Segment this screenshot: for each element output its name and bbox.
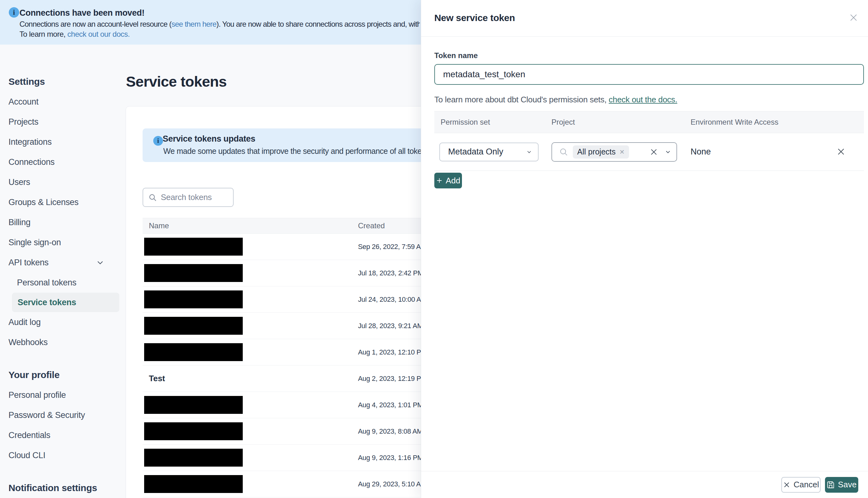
plus-icon xyxy=(436,177,443,184)
drawer-title: New service token xyxy=(434,13,515,23)
cancel-button[interactable]: Cancel xyxy=(781,477,820,493)
add-permission-button[interactable]: Add xyxy=(434,173,462,188)
token-name-label: Token name xyxy=(434,51,864,60)
infobox-title: Service tokens updates xyxy=(163,134,255,144)
check-out-the-docs-link[interactable]: check out the docs. xyxy=(609,95,677,104)
drawer-body: Token name To learn more about dbt Cloud… xyxy=(421,51,868,188)
redacted-token-name xyxy=(144,475,243,493)
sidebar-item-integrations[interactable]: Integrations xyxy=(0,132,126,152)
info-icon: i xyxy=(153,136,163,146)
search-tokens-box[interactable] xyxy=(143,188,234,207)
permissions-table-header: Permission set Project Environment Write… xyxy=(434,111,864,133)
banner-title: Connections have been moved! xyxy=(19,8,144,18)
permission-row: Metadata Only All projects ✕ xyxy=(434,133,864,171)
search-icon xyxy=(148,193,157,202)
redacted-token-name xyxy=(144,238,243,255)
save-icon xyxy=(827,481,835,489)
redacted-token-name xyxy=(144,396,243,414)
sidebar-item-personal-profile[interactable]: Personal profile xyxy=(0,385,126,405)
info-icon: i xyxy=(9,7,19,17)
sidebar-item-api-tokens-label: API tokens xyxy=(9,258,49,267)
sidebar-item-account[interactable]: Account xyxy=(0,92,126,112)
drawer-footer: Cancel Save xyxy=(421,471,868,498)
sidebar-heading-your-profile: Your profile xyxy=(0,365,126,385)
remove-permission-row-icon[interactable] xyxy=(836,147,846,156)
sidebar-item-password-security[interactable]: Password & Security xyxy=(0,405,126,425)
page-title: Service tokens xyxy=(126,73,227,90)
permission-docs-line: To learn more about dbt Cloud's permissi… xyxy=(434,95,864,105)
sidebar-item-api-tokens[interactable]: API tokens xyxy=(0,252,126,273)
see-them-here-link[interactable]: see them here xyxy=(171,20,216,28)
token-name-input[interactable] xyxy=(434,64,864,85)
column-header-name: Name xyxy=(149,221,358,230)
drawer-header: New service token xyxy=(421,0,868,37)
banner-message-post: ). You are now able to share connections… xyxy=(216,20,420,28)
redacted-token-name xyxy=(144,290,243,309)
permission-set-value: Metadata Only xyxy=(448,147,503,157)
docs-line-pre: To learn more about dbt Cloud's permissi… xyxy=(434,95,609,104)
cancel-button-label: Cancel xyxy=(793,480,819,489)
settings-sidebar: Settings Account Projects Integrations C… xyxy=(0,44,126,498)
sidebar-heading-settings: Settings xyxy=(0,71,126,92)
sidebar-item-credentials[interactable]: Credentials xyxy=(0,425,126,445)
chevron-down-icon[interactable] xyxy=(665,148,671,155)
chevron-down-icon xyxy=(96,259,104,266)
sidebar-item-personal-tokens[interactable]: Personal tokens xyxy=(0,273,126,293)
redacted-token-name xyxy=(144,449,243,467)
banner-message-pre: Connections are now an account-level res… xyxy=(19,20,171,28)
add-button-label: Add xyxy=(446,176,460,186)
save-button[interactable]: Save xyxy=(825,477,858,493)
all-projects-chip[interactable]: All projects ✕ xyxy=(573,145,629,159)
sidebar-item-webhooks[interactable]: Webhooks xyxy=(0,332,126,352)
banner-learn-more-pre: To learn more, xyxy=(19,30,67,38)
redacted-token-name xyxy=(144,317,243,335)
banner-learn-more: To learn more, check out our docs. xyxy=(19,30,130,39)
sidebar-spacer xyxy=(0,352,126,365)
check-docs-link[interactable]: check out our docs. xyxy=(67,30,130,38)
save-button-label: Save xyxy=(838,480,856,489)
sidebar-item-users[interactable]: Users xyxy=(0,172,126,192)
redacted-token-name xyxy=(144,264,243,282)
sidebar-heading-notification-settings: Notification settings xyxy=(0,478,126,498)
column-header-permission-set: Permission set xyxy=(440,118,551,127)
close-icon[interactable] xyxy=(847,11,860,25)
sidebar-item-service-tokens-selected[interactable]: Service tokens xyxy=(12,293,119,312)
sidebar-item-single-sign-on[interactable]: Single sign-on xyxy=(0,232,126,252)
sidebar-item-audit-log[interactable]: Audit log xyxy=(0,312,126,332)
clear-selection-icon[interactable] xyxy=(649,147,658,156)
redacted-token-name xyxy=(144,422,243,440)
search-icon xyxy=(559,147,568,157)
close-icon xyxy=(783,481,790,488)
sidebar-spacer xyxy=(0,466,126,478)
sidebar-item-cloud-cli[interactable]: Cloud CLI xyxy=(0,445,126,466)
sidebar-item-groups-licenses[interactable]: Groups & Licenses xyxy=(0,192,126,212)
banner-message: Connections are now an account-level res… xyxy=(19,20,420,29)
chip-label: All projects xyxy=(577,147,616,156)
sidebar-item-billing[interactable]: Billing xyxy=(0,212,126,232)
sidebar-item-connections[interactable]: Connections xyxy=(0,152,126,172)
search-tokens-input[interactable] xyxy=(161,193,224,202)
project-multiselect[interactable]: All projects ✕ xyxy=(551,142,677,162)
remove-chip-icon[interactable]: ✕ xyxy=(619,148,624,156)
token-name: Test xyxy=(149,374,165,383)
new-service-token-drawer: New service token Token name To learn mo… xyxy=(421,0,868,498)
column-header-project: Project xyxy=(551,118,691,127)
permission-set-select[interactable]: Metadata Only xyxy=(439,143,539,161)
sidebar-item-projects[interactable]: Projects xyxy=(0,112,126,132)
chevron-down-icon xyxy=(526,149,532,155)
redacted-token-name xyxy=(144,343,243,361)
column-header-environment-write-access: Environment Write Access xyxy=(691,118,864,127)
